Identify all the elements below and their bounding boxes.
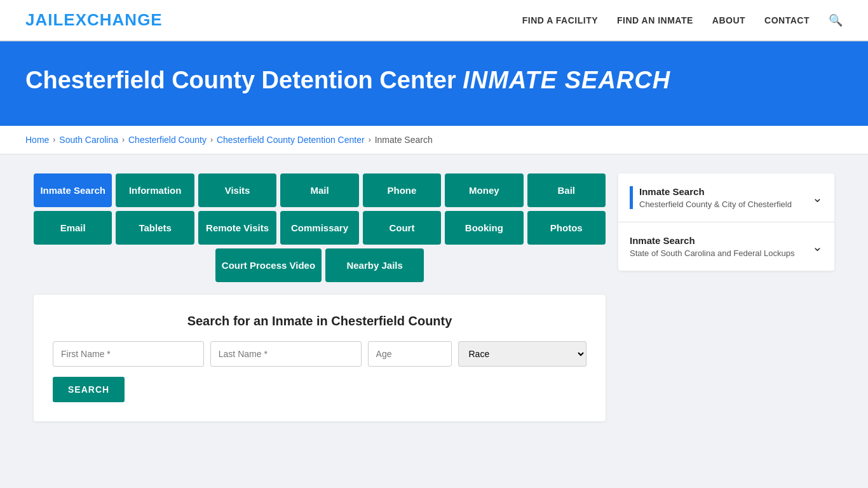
tab-court[interactable]: Court — [363, 211, 441, 245]
sidebar-sublabel-2: State of South Carolina and Federal Lock… — [630, 248, 804, 258]
search-form-title: Search for an Inmate in Chesterfield Cou… — [53, 314, 587, 329]
tab-bail[interactable]: Bail — [527, 173, 606, 207]
breadcrumb: Home › South Carolina › Chesterfield Cou… — [0, 126, 868, 154]
sidebar-item-inner-1: Inmate Search Chesterfield County & City… — [639, 186, 823, 209]
tab-booking[interactable]: Booking — [445, 211, 523, 245]
sidebar-item-inner-2: Inmate Search State of South Carolina an… — [630, 235, 823, 258]
hero-title-em: INMATE SEARCH — [463, 67, 670, 93]
logo[interactable]: JAILEXCHANGE — [25, 10, 163, 30]
header: JAILEXCHANGE FIND A FACILITY FIND AN INM… — [0, 0, 868, 41]
breadcrumb-home[interactable]: Home — [25, 135, 49, 145]
tab-court-process-video[interactable]: Court Process Video — [215, 248, 322, 282]
sidebar-accent-1 — [630, 186, 633, 209]
breadcrumb-sep-3: › — [210, 135, 213, 144]
race-select[interactable]: Race White Black Hispanic Asian Other — [458, 341, 587, 367]
tab-nearby-jails[interactable]: Nearby Jails — [325, 248, 424, 282]
tab-information[interactable]: Information — [116, 173, 194, 207]
age-input[interactable] — [368, 341, 452, 367]
sidebar-item-state: Inmate Search State of South Carolina an… — [618, 222, 834, 271]
page-title: Chesterfield County Detention Center INM… — [25, 67, 843, 94]
breadcrumb-county[interactable]: Chesterfield County — [128, 135, 207, 145]
tabs-section: Inmate Search Information Visits Mail Ph… — [34, 173, 606, 282]
breadcrumb-sep-1: › — [53, 135, 55, 144]
search-button[interactable]: SEARCH — [53, 377, 125, 402]
sidebar-item-text-1: Inmate Search Chesterfield County & City… — [639, 186, 804, 209]
main-content: Inmate Search Information Visits Mail Ph… — [21, 154, 847, 440]
logo-highlight: EXCHANGE — [64, 10, 162, 29]
tab-email[interactable]: Email — [34, 211, 112, 245]
right-sidebar: Inmate Search Chesterfield County & City… — [618, 173, 834, 421]
sidebar-item-text-2: Inmate Search State of South Carolina an… — [630, 235, 804, 258]
header-search-button[interactable]: 🔍 — [829, 13, 843, 27]
nav-contact[interactable]: CONTACT — [764, 15, 810, 25]
hero-title-main: Chesterfield County Detention Center — [25, 67, 456, 93]
left-column: Inmate Search Information Visits Mail Ph… — [34, 173, 606, 421]
nav: FIND A FACILITY FIND AN INMATE ABOUT CON… — [522, 13, 843, 27]
sidebar-expand-button-2[interactable]: ⌄ — [812, 239, 823, 254]
search-form-fields: Race White Black Hispanic Asian Other — [53, 341, 587, 367]
first-name-input[interactable] — [53, 341, 204, 367]
nav-find-inmate[interactable]: FIND AN INMATE — [617, 15, 693, 25]
tab-visits[interactable]: Visits — [198, 173, 276, 207]
tab-tablets[interactable]: Tablets — [116, 211, 194, 245]
tab-commissary[interactable]: Commissary — [280, 211, 358, 245]
tab-money[interactable]: Money — [445, 173, 523, 207]
breadcrumb-facility[interactable]: Chesterfield County Detention Center — [217, 135, 365, 145]
sidebar-label-2: Inmate Search — [630, 235, 804, 246]
tabs-row-3: Court Process Video Nearby Jails — [34, 248, 606, 282]
sidebar-sublabel-1: Chesterfield County & City of Chesterfie… — [639, 200, 804, 209]
search-form-container: Search for an Inmate in Chesterfield Cou… — [34, 295, 606, 421]
breadcrumb-state[interactable]: South Carolina — [59, 135, 118, 145]
sidebar-card: Inmate Search Chesterfield County & City… — [618, 173, 834, 271]
nav-find-facility[interactable]: FIND A FACILITY — [522, 15, 598, 25]
tab-photos[interactable]: Photos — [527, 211, 606, 245]
breadcrumb-current: Inmate Search — [375, 135, 433, 145]
last-name-input[interactable] — [210, 341, 362, 367]
tabs-row-2: Email Tablets Remote Visits Commissary C… — [34, 211, 606, 245]
tab-inmate-search[interactable]: Inmate Search — [34, 173, 112, 207]
hero-section: Chesterfield County Detention Center INM… — [0, 41, 868, 126]
logo-prefix: JAIL — [25, 10, 64, 29]
breadcrumb-sep-4: › — [369, 135, 371, 144]
sidebar-label-1: Inmate Search — [639, 186, 804, 197]
nav-about[interactable]: ABOUT — [712, 15, 745, 25]
tab-mail[interactable]: Mail — [280, 173, 358, 207]
tabs-row-1: Inmate Search Information Visits Mail Ph… — [34, 173, 606, 207]
sidebar-item-county: Inmate Search Chesterfield County & City… — [618, 173, 834, 222]
tab-phone[interactable]: Phone — [363, 173, 441, 207]
breadcrumb-sep-2: › — [122, 135, 125, 144]
tab-remote-visits[interactable]: Remote Visits — [198, 211, 276, 245]
sidebar-expand-button-1[interactable]: ⌄ — [812, 190, 823, 205]
